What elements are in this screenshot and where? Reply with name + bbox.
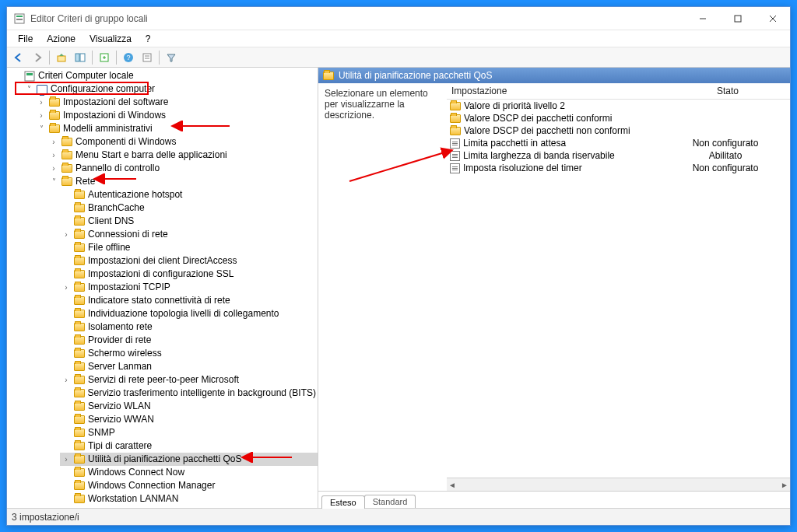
toolbar-separator — [92, 51, 93, 65]
menu-help[interactable]: ? — [139, 32, 157, 46]
tab-extended[interactable]: Esteso — [321, 495, 365, 509]
horizontal-scrollbar[interactable]: ◄ ► — [447, 478, 790, 491]
label: Servizio WLAN — [88, 400, 151, 413]
label: Utilità di pianificazione pacchetti QoS — [88, 453, 241, 466]
forward-button[interactable] — [29, 49, 46, 66]
tree-net-connind[interactable]: ›Indicatore stato connettività di rete — [60, 294, 318, 307]
label: Tipi di carattere — [88, 439, 152, 453]
folder-icon — [74, 204, 85, 212]
label: Indicatore stato connettività di rete — [88, 294, 230, 307]
label: Workstation LANMAN — [88, 492, 178, 506]
label: Connessioni di rete — [88, 228, 168, 241]
show-hide-tree-button[interactable] — [72, 49, 89, 66]
menu-action[interactable]: Azione — [40, 32, 82, 46]
svg-rect-13 — [143, 54, 151, 61]
folder-icon — [74, 336, 85, 345]
folder-icon — [74, 429, 85, 437]
list-rows[interactable]: Valore di priorità livello 2Valore DSCP … — [447, 100, 790, 478]
app-icon — [13, 12, 26, 25]
up-button[interactable] — [53, 49, 70, 66]
tree-net-dnsclient[interactable]: ›Client DNS — [60, 215, 318, 228]
minimize-button[interactable] — [685, 7, 720, 30]
tree-windows-components[interactable]: ›Componenti di Windows — [47, 135, 318, 149]
list-item[interactable]: Valore di priorità livello 2 — [447, 100, 790, 112]
label: Impostazioni dei client DirectAccess — [88, 254, 237, 268]
tree-software-settings[interactable]: ›Impostazioni del software — [35, 96, 318, 109]
tree-net-bits[interactable]: ›Servizio trasferimento intelligente in … — [60, 387, 318, 400]
tree-net-provider[interactable]: ›Provider di rete — [60, 334, 318, 347]
folder-icon — [74, 257, 85, 265]
folder-icon — [74, 230, 85, 239]
scroll-right-icon[interactable]: ► — [781, 481, 788, 489]
window-controls — [685, 7, 790, 30]
label: Server Lanman — [88, 360, 152, 373]
tree-net-p2p[interactable]: ›Servizi di rete peer-to-peer Microsoft — [60, 373, 318, 387]
tree-net-qos[interactable]: ›Utilità di pianificazione pacchetti QoS — [60, 453, 318, 466]
tree-net-wlan[interactable]: ›Servizio WLAN — [60, 400, 318, 413]
tree-net-hotspot[interactable]: ›Autenticazione hotspot — [60, 188, 318, 201]
tree-admin-templates[interactable]: ˅Modelli amministrativi — [35, 122, 318, 135]
menu-file[interactable]: File — [12, 32, 39, 46]
tree-pane[interactable]: ▾ Criteri Computer locale ˅ Configurazio — [7, 68, 318, 508]
folder-icon — [74, 415, 85, 424]
tree-net-wcn[interactable]: ›Windows Connect Now — [60, 466, 318, 479]
maximize-button[interactable] — [720, 7, 755, 30]
filter-button[interactable] — [163, 49, 180, 66]
tree-net-isolation[interactable]: ›Isolamento rete — [60, 320, 318, 334]
label: Isolamento rete — [88, 320, 153, 334]
settings-list: Impostazione Stato Valore di priorità li… — [447, 83, 790, 491]
tree-net-netconn[interactable]: ›Connessioni di rete — [60, 228, 318, 241]
col-setting[interactable]: Impostazione — [447, 83, 665, 99]
tree-net-fonts[interactable]: ›Tipi di carattere — [60, 439, 318, 453]
tree-net-tcpip[interactable]: ›Impostazioni TCPIP — [60, 281, 318, 294]
setting-icon — [450, 163, 460, 173]
tree-net-lanman[interactable]: ›Server Lanman — [60, 360, 318, 373]
folder-icon — [74, 270, 85, 278]
item-state: Abilitato — [665, 150, 790, 161]
list-item[interactable]: Valore DSCP dei pacchetti non conformi — [447, 124, 790, 137]
tree-net-wwan[interactable]: ›Servizio WWAN — [60, 413, 318, 426]
tree-net-offline[interactable]: ›File offline — [60, 241, 318, 254]
scroll-left-icon[interactable]: ◄ — [448, 481, 456, 489]
tree-root[interactable]: ▾ Criteri Computer locale — [10, 69, 318, 82]
menu-view[interactable]: Visualizza — [83, 32, 138, 46]
tree-windows-settings[interactable]: ›Impostazioni di Windows — [35, 109, 318, 122]
gpedit-window: Editor Criteri di gruppo locali File Azi… — [6, 6, 791, 526]
label: Autenticazione hotspot — [88, 188, 182, 201]
tree-net-lanmanws[interactable]: ›Workstation LANMAN — [60, 492, 318, 506]
tree-net-directaccess[interactable]: ›Impostazioni dei client DirectAccess — [60, 254, 318, 268]
tree-network[interactable]: ˅Rete — [47, 175, 318, 188]
tree-net-branchcache[interactable]: ›BranchCache — [60, 201, 318, 215]
tree-computer-config[interactable]: ˅ Configurazione computer — [23, 82, 318, 96]
detail-body: Selezionare un elemento per visualizzarn… — [318, 83, 790, 491]
label: File offline — [88, 241, 130, 254]
tree-net-snmp[interactable]: ›SNMP — [60, 426, 318, 439]
folder-icon — [74, 362, 85, 371]
folder-icon — [74, 310, 85, 318]
back-button[interactable] — [10, 49, 27, 66]
tree-net-topology[interactable]: ›Individuazione topologia livelli di col… — [60, 307, 318, 320]
tree-net-wireless[interactable]: ›Schermo wireless — [60, 347, 318, 360]
tree-net-ssl[interactable]: ›Impostazioni di configurazione SSL — [60, 268, 318, 281]
export-button[interactable] — [96, 49, 113, 66]
description-text: Selezionare un elemento per visualizzarn… — [325, 88, 428, 121]
item-name: Limita pacchetti in attesa — [463, 138, 566, 149]
col-state[interactable]: Stato — [665, 83, 790, 99]
help-button[interactable]: ? — [120, 49, 137, 66]
close-button[interactable] — [755, 7, 790, 30]
description-column: Selezionare un elemento per visualizzarn… — [318, 83, 447, 491]
tree-start-taskbar[interactable]: ›Menu Start e barra delle applicazioni — [47, 149, 318, 162]
label: Impostazioni di Windows — [63, 109, 166, 122]
tree-net-wcm[interactable]: ›Windows Connection Manager — [60, 479, 318, 492]
tab-standard[interactable]: Standard — [364, 495, 416, 508]
list-item[interactable]: Imposta risoluzione del timerNon configu… — [447, 162, 790, 174]
policy-tree[interactable]: ▾ Criteri Computer locale ˅ Configurazio — [9, 69, 318, 506]
list-item[interactable]: Limita pacchetti in attesaNon configurat… — [447, 137, 790, 149]
list-item[interactable]: Limita larghezza di banda riservabileAbi… — [447, 149, 790, 162]
folder-icon — [450, 114, 461, 123]
tree-control-panel[interactable]: ›Pannello di controllo — [47, 162, 318, 175]
folder-icon — [49, 124, 60, 133]
list-item[interactable]: Valore DSCP dei pacchetti conformi — [447, 112, 790, 124]
properties-button[interactable] — [139, 49, 156, 66]
label: Impostazioni del software — [63, 96, 168, 109]
